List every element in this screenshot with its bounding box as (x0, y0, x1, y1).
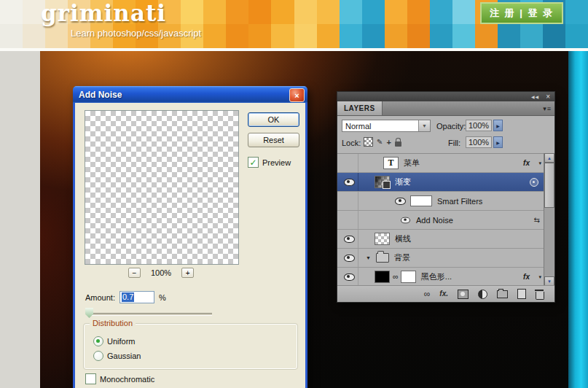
smart-filter-badge-icon[interactable] (530, 178, 538, 187)
add-layer-mask-icon[interactable] (458, 290, 469, 299)
filter-name[interactable]: Add Noise (416, 216, 453, 225)
amount-input[interactable]: 0.7 (119, 291, 154, 303)
checkbox-unchecked-icon[interactable] (85, 373, 96, 384)
new-layer-icon[interactable] (517, 289, 526, 299)
filter-blending-options-icon[interactable] (534, 216, 540, 224)
preview-checkbox[interactable]: Preview (248, 157, 291, 168)
mosaic-tile (0, 0, 23, 24)
layer-name[interactable]: 黑色形... (421, 271, 452, 282)
mosaic-tile (271, 24, 294, 48)
chevron-down-icon[interactable] (418, 120, 430, 131)
fill-value[interactable]: 100% (466, 136, 492, 148)
smart-object-thumbnail[interactable] (375, 176, 390, 188)
lock-transparency-icon[interactable] (364, 137, 373, 147)
layer-name[interactable]: 渐变 (395, 176, 411, 187)
layer-row-lines[interactable]: 横线 (337, 230, 554, 249)
layer-style-icon[interactable] (439, 290, 448, 298)
radio-gaussian[interactable]: Gaussian (93, 351, 141, 361)
chevron-down-icon[interactable] (538, 160, 541, 166)
eye-icon[interactable] (344, 179, 355, 186)
group-name[interactable]: 背景 (394, 252, 410, 263)
eye-icon[interactable] (395, 198, 406, 205)
lock-label: Lock: (342, 139, 361, 147)
fx-icon[interactable] (523, 273, 530, 281)
lock-pixels-icon[interactable] (377, 138, 383, 146)
group-expand-icon[interactable] (366, 255, 371, 260)
layer-name[interactable]: 菜单 (404, 158, 420, 168)
fill-label: Fill: (448, 139, 460, 147)
scrollbar-thumb[interactable] (544, 163, 554, 208)
new-group-icon[interactable] (497, 290, 508, 298)
eye-icon[interactable] (401, 217, 410, 223)
mosaic-tile (498, 24, 520, 48)
layer-name[interactable]: 横线 (395, 233, 411, 244)
layer-thumbnail[interactable] (375, 233, 390, 245)
layer-mask-thumbnail[interactable] (401, 271, 416, 283)
chevron-down-icon[interactable] (538, 274, 541, 280)
checkbox-checked-icon[interactable] (248, 157, 259, 168)
visibility-cell[interactable] (340, 230, 358, 248)
slider-handle[interactable] (85, 308, 93, 318)
fill-flyout-icon[interactable] (493, 136, 503, 148)
layer-row-background-group[interactable]: 背景 (337, 249, 554, 268)
smart-filters-label[interactable]: Smart Filters (437, 197, 482, 206)
radio-selected-icon[interactable] (93, 336, 103, 346)
fx-icon[interactable] (523, 159, 530, 167)
mosaic-tile (385, 0, 407, 24)
opacity-flyout-icon[interactable] (493, 120, 503, 131)
opacity-value[interactable]: 100% (466, 120, 492, 131)
link-mask-icon (393, 273, 399, 281)
scroll-up-icon[interactable] (544, 153, 554, 163)
blend-mode-select[interactable]: Normal (342, 120, 431, 132)
preview-checkbox-label: Preview (262, 158, 291, 167)
visibility-cell[interactable] (340, 211, 358, 229)
register-login-button[interactable]: 注 册 | 登 录 (480, 2, 563, 24)
delete-layer-icon[interactable] (536, 292, 544, 300)
ok-button[interactable]: OK (248, 112, 299, 127)
visibility-cell[interactable] (340, 154, 358, 172)
folder-icon (376, 253, 389, 263)
close-panel-icon[interactable] (546, 93, 550, 101)
filter-mask-thumbnail[interactable] (410, 195, 432, 206)
lock-position-icon[interactable] (386, 138, 391, 147)
monochromatic-checkbox[interactable]: Monochromatic (85, 373, 154, 384)
adjustment-layer-icon[interactable] (478, 290, 487, 299)
mosaic-tile (340, 0, 362, 24)
layer-thumbnail[interactable] (375, 271, 390, 283)
layer-row-menu[interactable]: T 菜单 (337, 154, 554, 173)
lock-all-icon[interactable] (395, 141, 401, 147)
close-icon[interactable] (289, 88, 305, 102)
layer-row-black-shape[interactable]: 黑色形... (337, 268, 554, 287)
layer-row-gradient-selected[interactable]: 渐变 (337, 173, 554, 192)
dialog-titlebar[interactable]: Add Noise (73, 86, 307, 103)
mosaic-tile (362, 24, 385, 48)
eye-icon[interactable] (344, 236, 355, 243)
zoom-out-button[interactable]: − (128, 268, 141, 278)
mosaic-tile (543, 24, 565, 48)
visibility-cell[interactable] (340, 192, 358, 210)
eye-icon[interactable] (344, 255, 355, 262)
layer-row-add-noise-filter[interactable]: Add Noise (337, 211, 554, 230)
eye-icon[interactable] (344, 273, 355, 281)
text-layer-thumbnail[interactable]: T (383, 157, 399, 169)
cyan-edge-band (568, 51, 588, 388)
tab-layers[interactable]: LAYERS (337, 101, 383, 115)
slider-track[interactable] (87, 313, 212, 316)
layers-scrollbar[interactable] (544, 153, 554, 286)
percent-label: % (159, 293, 166, 302)
amount-slider[interactable] (85, 307, 216, 319)
mosaic-tile (181, 0, 203, 24)
visibility-cell[interactable] (340, 268, 358, 286)
noise-preview-thumbnail[interactable] (85, 110, 239, 265)
panel-menu-icon[interactable] (543, 101, 552, 115)
radio-icon[interactable] (93, 351, 103, 361)
radio-uniform[interactable]: Uniform (93, 336, 136, 346)
reset-button[interactable]: Reset (248, 133, 299, 147)
visibility-cell[interactable] (340, 173, 358, 191)
layer-row-smart-filters[interactable]: Smart Filters (337, 192, 554, 211)
visibility-cell[interactable] (340, 249, 358, 267)
collapse-panel-icon[interactable] (531, 95, 539, 99)
monochromatic-label: Monochromatic (100, 375, 154, 384)
zoom-in-button[interactable]: + (181, 268, 194, 278)
link-layers-icon[interactable] (424, 290, 431, 298)
